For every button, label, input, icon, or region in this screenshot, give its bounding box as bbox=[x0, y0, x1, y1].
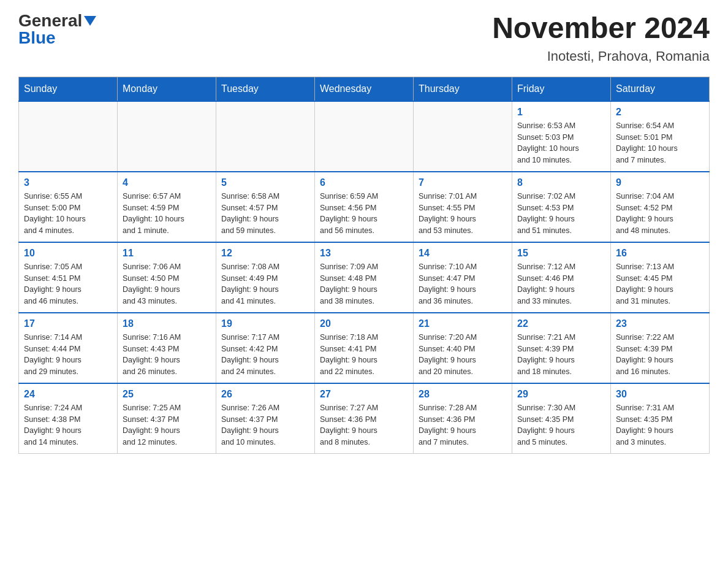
day-number: 15 bbox=[517, 248, 605, 259]
day-info: Sunrise: 6:54 AMSunset: 5:01 PMDaylight:… bbox=[616, 120, 704, 166]
day-number: 14 bbox=[419, 248, 507, 259]
weekday-header-tuesday: Tuesday bbox=[216, 77, 315, 101]
calendar-cell: 7Sunrise: 7:01 AMSunset: 4:55 PMDaylight… bbox=[414, 172, 512, 242]
weekday-header-friday: Friday bbox=[512, 77, 611, 101]
day-number: 25 bbox=[123, 389, 211, 400]
calendar-cell: 12Sunrise: 7:08 AMSunset: 4:49 PMDayligh… bbox=[216, 242, 315, 313]
calendar-cell: 11Sunrise: 7:06 AMSunset: 4:50 PMDayligh… bbox=[118, 242, 216, 313]
calendar-cell: 2Sunrise: 6:54 AMSunset: 5:01 PMDaylight… bbox=[611, 101, 710, 172]
calendar-subtitle: Inotesti, Prahova, Romania bbox=[492, 48, 710, 64]
logo-triangle-icon bbox=[84, 16, 96, 26]
day-number: 2 bbox=[616, 107, 704, 118]
day-info: Sunrise: 7:01 AMSunset: 4:55 PMDaylight:… bbox=[419, 191, 507, 237]
day-number: 23 bbox=[616, 318, 704, 329]
day-info: Sunrise: 7:28 AMSunset: 4:36 PMDaylight:… bbox=[419, 402, 507, 448]
calendar-cell: 18Sunrise: 7:16 AMSunset: 4:43 PMDayligh… bbox=[118, 313, 216, 383]
day-number: 7 bbox=[419, 177, 507, 188]
day-info: Sunrise: 7:25 AMSunset: 4:37 PMDaylight:… bbox=[123, 402, 211, 448]
day-info: Sunrise: 7:30 AMSunset: 4:35 PMDaylight:… bbox=[517, 402, 605, 448]
calendar-cell: 9Sunrise: 7:04 AMSunset: 4:52 PMDaylight… bbox=[611, 172, 710, 242]
calendar-cell: 8Sunrise: 7:02 AMSunset: 4:53 PMDaylight… bbox=[512, 172, 611, 242]
calendar-cell: 25Sunrise: 7:25 AMSunset: 4:37 PMDayligh… bbox=[118, 383, 216, 454]
day-number: 24 bbox=[24, 389, 112, 400]
weekday-header-row: SundayMondayTuesdayWednesdayThursdayFrid… bbox=[19, 77, 710, 101]
week-row-4: 17Sunrise: 7:14 AMSunset: 4:44 PMDayligh… bbox=[19, 313, 710, 383]
day-number: 19 bbox=[221, 318, 309, 329]
day-number: 16 bbox=[616, 248, 704, 259]
day-number: 18 bbox=[123, 318, 211, 329]
calendar-cell: 1Sunrise: 6:53 AMSunset: 5:03 PMDaylight… bbox=[512, 101, 611, 172]
week-row-1: 1Sunrise: 6:53 AMSunset: 5:03 PMDaylight… bbox=[19, 101, 710, 172]
calendar-body: 1Sunrise: 6:53 AMSunset: 5:03 PMDaylight… bbox=[19, 101, 710, 454]
day-info: Sunrise: 7:18 AMSunset: 4:41 PMDaylight:… bbox=[320, 332, 408, 378]
day-number: 17 bbox=[24, 318, 112, 329]
day-number: 12 bbox=[221, 248, 309, 259]
day-number: 8 bbox=[517, 177, 605, 188]
day-info: Sunrise: 7:27 AMSunset: 4:36 PMDaylight:… bbox=[320, 402, 408, 448]
logo-blue: Blue bbox=[18, 29, 56, 47]
weekday-header-sunday: Sunday bbox=[19, 77, 118, 101]
day-info: Sunrise: 7:02 AMSunset: 4:53 PMDaylight:… bbox=[517, 191, 605, 237]
day-info: Sunrise: 6:58 AMSunset: 4:57 PMDaylight:… bbox=[221, 191, 309, 237]
calendar-cell bbox=[414, 101, 512, 172]
day-info: Sunrise: 7:13 AMSunset: 4:45 PMDaylight:… bbox=[616, 261, 704, 307]
day-info: Sunrise: 7:22 AMSunset: 4:39 PMDaylight:… bbox=[616, 332, 704, 378]
day-info: Sunrise: 7:17 AMSunset: 4:42 PMDaylight:… bbox=[221, 332, 309, 378]
day-number: 13 bbox=[320, 248, 408, 259]
calendar-cell: 16Sunrise: 7:13 AMSunset: 4:45 PMDayligh… bbox=[611, 242, 710, 313]
weekday-header-wednesday: Wednesday bbox=[315, 77, 414, 101]
calendar-cell: 17Sunrise: 7:14 AMSunset: 4:44 PMDayligh… bbox=[19, 313, 118, 383]
day-number: 27 bbox=[320, 389, 408, 400]
day-info: Sunrise: 6:55 AMSunset: 5:00 PMDaylight:… bbox=[24, 191, 112, 237]
day-info: Sunrise: 6:59 AMSunset: 4:56 PMDaylight:… bbox=[320, 191, 408, 237]
calendar-cell: 15Sunrise: 7:12 AMSunset: 4:46 PMDayligh… bbox=[512, 242, 611, 313]
day-number: 20 bbox=[320, 318, 408, 329]
calendar-cell: 26Sunrise: 7:26 AMSunset: 4:37 PMDayligh… bbox=[216, 383, 315, 454]
calendar-header: SundayMondayTuesdayWednesdayThursdayFrid… bbox=[19, 77, 710, 101]
calendar-cell: 27Sunrise: 7:27 AMSunset: 4:36 PMDayligh… bbox=[315, 383, 414, 454]
calendar-cell: 20Sunrise: 7:18 AMSunset: 4:41 PMDayligh… bbox=[315, 313, 414, 383]
calendar-cell: 10Sunrise: 7:05 AMSunset: 4:51 PMDayligh… bbox=[19, 242, 118, 313]
calendar-cell bbox=[19, 101, 118, 172]
day-info: Sunrise: 7:31 AMSunset: 4:35 PMDaylight:… bbox=[616, 402, 704, 448]
calendar-cell bbox=[216, 101, 315, 172]
calendar-cell: 5Sunrise: 6:58 AMSunset: 4:57 PMDaylight… bbox=[216, 172, 315, 242]
day-info: Sunrise: 7:04 AMSunset: 4:52 PMDaylight:… bbox=[616, 191, 704, 237]
calendar-cell: 19Sunrise: 7:17 AMSunset: 4:42 PMDayligh… bbox=[216, 313, 315, 383]
calendar-cell: 29Sunrise: 7:30 AMSunset: 4:35 PMDayligh… bbox=[512, 383, 611, 454]
day-number: 1 bbox=[517, 107, 605, 118]
calendar-cell: 14Sunrise: 7:10 AMSunset: 4:47 PMDayligh… bbox=[414, 242, 512, 313]
day-number: 6 bbox=[320, 177, 408, 188]
day-info: Sunrise: 7:16 AMSunset: 4:43 PMDaylight:… bbox=[123, 332, 211, 378]
day-number: 11 bbox=[123, 248, 211, 259]
day-number: 4 bbox=[123, 177, 211, 188]
calendar-cell: 22Sunrise: 7:21 AMSunset: 4:39 PMDayligh… bbox=[512, 313, 611, 383]
day-info: Sunrise: 6:53 AMSunset: 5:03 PMDaylight:… bbox=[517, 120, 605, 166]
day-number: 29 bbox=[517, 389, 605, 400]
calendar-cell: 6Sunrise: 6:59 AMSunset: 4:56 PMDaylight… bbox=[315, 172, 414, 242]
day-info: Sunrise: 7:05 AMSunset: 4:51 PMDaylight:… bbox=[24, 261, 112, 307]
day-info: Sunrise: 7:09 AMSunset: 4:48 PMDaylight:… bbox=[320, 261, 408, 307]
calendar-cell: 30Sunrise: 7:31 AMSunset: 4:35 PMDayligh… bbox=[611, 383, 710, 454]
day-number: 21 bbox=[419, 318, 507, 329]
calendar-cell: 21Sunrise: 7:20 AMSunset: 4:40 PMDayligh… bbox=[414, 313, 512, 383]
day-info: Sunrise: 7:24 AMSunset: 4:38 PMDaylight:… bbox=[24, 402, 112, 448]
page-header: General Blue November 2024 Inotesti, Pra… bbox=[18, 12, 710, 64]
day-info: Sunrise: 7:20 AMSunset: 4:40 PMDaylight:… bbox=[419, 332, 507, 378]
week-row-3: 10Sunrise: 7:05 AMSunset: 4:51 PMDayligh… bbox=[19, 242, 710, 313]
day-number: 26 bbox=[221, 389, 309, 400]
day-number: 10 bbox=[24, 248, 112, 259]
day-info: Sunrise: 7:06 AMSunset: 4:50 PMDaylight:… bbox=[123, 261, 211, 307]
calendar-cell: 24Sunrise: 7:24 AMSunset: 4:38 PMDayligh… bbox=[19, 383, 118, 454]
weekday-header-saturday: Saturday bbox=[611, 77, 710, 101]
day-number: 3 bbox=[24, 177, 112, 188]
day-number: 22 bbox=[517, 318, 605, 329]
calendar-cell bbox=[118, 101, 216, 172]
calendar-cell: 28Sunrise: 7:28 AMSunset: 4:36 PMDayligh… bbox=[414, 383, 512, 454]
calendar-cell: 3Sunrise: 6:55 AMSunset: 5:00 PMDaylight… bbox=[19, 172, 118, 242]
calendar-cell bbox=[315, 101, 414, 172]
calendar-cell: 13Sunrise: 7:09 AMSunset: 4:48 PMDayligh… bbox=[315, 242, 414, 313]
weekday-header-monday: Monday bbox=[118, 77, 216, 101]
week-row-2: 3Sunrise: 6:55 AMSunset: 5:00 PMDaylight… bbox=[19, 172, 710, 242]
logo: General Blue bbox=[18, 12, 96, 47]
